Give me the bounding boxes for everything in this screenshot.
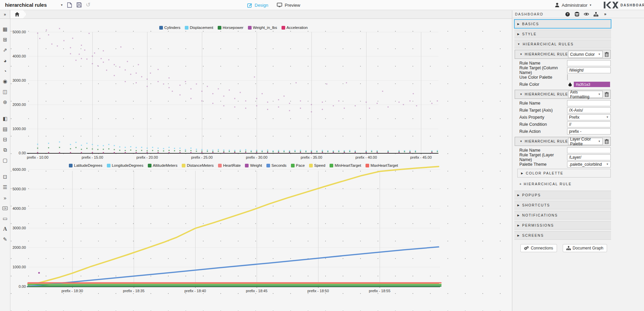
ok-button-icon[interactable]: OK — [1, 204, 9, 212]
section-shortcuts[interactable]: ▶SHORTCUTS — [514, 201, 611, 209]
document-title[interactable]: hierarchical rules — [5, 2, 47, 8]
rule-1-target-row: Rule Target (Column Name) /Weight/ — [515, 67, 611, 73]
y-tick-label: 2000.00 — [12, 245, 26, 249]
rule-2-header[interactable]: ▼ HIERARCHICAL RULE Axis Formatting▼ — [515, 90, 611, 99]
cube-chart-icon[interactable]: ◫ — [1, 87, 9, 96]
pie-chart-icon[interactable]: ◕ — [1, 56, 9, 65]
rule-1-use-palette-row: Use Color Palette — [515, 74, 611, 80]
panel-collapse-icon[interactable]: » — [603, 12, 608, 17]
pivot-grid-icon[interactable]: ⊞ — [1, 35, 9, 44]
rule-3-header[interactable]: ▼ HIERARCHICAL RULE Layer Color Palette▼ — [515, 137, 611, 146]
home-screen-tab[interactable] — [11, 10, 27, 18]
dashboard-settings-panel: DASHBOARD ? » ▶BASICS ▶STYLE ▼HIERARCHIC… — [512, 10, 644, 311]
rule-1-use-palette-checkbox[interactable] — [567, 74, 568, 80]
rule-1-name-input[interactable] — [567, 60, 611, 66]
y-tick-label: 0.00 — [19, 284, 26, 288]
rule-3-name-input[interactable] — [567, 147, 611, 153]
section-popups[interactable]: ▶POPUPS — [514, 191, 611, 199]
x-tick-label: prefix - 15.00 — [82, 155, 103, 159]
rule-1-header[interactable]: ▼ HIERARCHICAL RULE Column Color▼ — [515, 50, 611, 59]
breadcrumb-icon[interactable]: » — [1, 193, 9, 202]
view-state-icon[interactable] — [584, 12, 589, 17]
canvas-select-icon[interactable]: ▢ — [1, 156, 9, 165]
preview-monitor-icon — [277, 3, 282, 7]
data-sources-icon[interactable] — [574, 12, 579, 17]
rule-2-name-input[interactable] — [567, 100, 611, 106]
wheel-chart-icon[interactable]: ⊛ — [1, 98, 9, 107]
rows-layout-icon[interactable]: ▤ — [1, 125, 9, 133]
rule-1-type-select[interactable]: Column Color▼ — [568, 51, 603, 58]
rule-2-axis-property-select[interactable]: Prefix▼ — [567, 114, 611, 120]
add-hierarchical-rule-button[interactable]: + HIERARCHICAL RULE — [514, 180, 611, 188]
document-tree-icon[interactable] — [593, 12, 598, 17]
rule-1-color-swatch[interactable]: #a351a3 — [574, 82, 610, 87]
section-screens[interactable]: ▶SCREENS — [514, 231, 611, 240]
text-label-icon[interactable]: A — [1, 225, 9, 233]
design-pencil-icon — [247, 3, 252, 8]
connections-button[interactable]: Connections — [520, 244, 557, 252]
section-style[interactable]: ▶STYLE — [514, 30, 611, 38]
gears-icon — [524, 246, 529, 250]
undo-icon[interactable]: ↺ — [86, 1, 90, 8]
panel-title: DASHBOARD — [515, 12, 544, 16]
data-grid-icon[interactable]: ▦ — [1, 25, 9, 34]
section-basics[interactable]: ▶BASICS — [514, 20, 611, 28]
panel-header: DASHBOARD ? » — [512, 10, 644, 18]
gauge-chart-icon[interactable]: ◉ — [1, 77, 9, 86]
section-notifications[interactable]: ▶NOTIFICATIONS — [514, 211, 611, 220]
x-tick-label: prefix - 20.00 — [136, 155, 158, 159]
user-caret-icon: ▾ — [590, 3, 592, 7]
rule-2-target-input[interactable]: /X-Axis/ — [567, 107, 611, 113]
rule-3-target-input[interactable]: /Layer/ — [567, 154, 611, 160]
preview-mode-button[interactable]: Preview — [277, 3, 300, 8]
color-palette-subsection[interactable]: ▶COLOR PALETTE — [517, 169, 611, 178]
save-icon[interactable] — [77, 2, 82, 7]
help-icon[interactable]: ? — [565, 12, 570, 17]
hierarchical-rule-card-1: ▼ HIERARCHICAL RULE Column Color▼ Rule N… — [514, 50, 611, 87]
rule-2-action-input[interactable]: prefix - — [567, 128, 611, 134]
x-tick-label: prefix - 18:55 — [369, 289, 390, 293]
y-tick-label: 2000.00 — [12, 103, 26, 107]
scatter-series-Weight_in_lbs — [37, 28, 438, 112]
charts-layer[interactable]: 0.001000.002000.003000.004000.005000.00p… — [10, 19, 512, 311]
top-bar: hierarchical rules ▾ ↺ Design Preview Ad… — [0, 0, 644, 10]
text-input-icon[interactable]: ▭ — [1, 214, 9, 223]
x-tick-label: prefix - 18:50 — [307, 289, 329, 293]
tabs-expand-icon[interactable]: » — [0, 10, 10, 19]
rule-1-delete-icon[interactable] — [605, 52, 609, 57]
rule-2-delete-icon[interactable] — [605, 92, 609, 97]
rule-3-type-select[interactable]: Layer Color Palette▼ — [568, 138, 603, 145]
y-tick-label: 1000.00 — [12, 127, 26, 131]
rule-1-color-row: Rule Color #a351a3 — [515, 81, 611, 87]
annotate-icon[interactable]: ✎ — [1, 235, 9, 244]
new-document-icon[interactable] — [67, 2, 72, 8]
graph-icon — [566, 246, 571, 250]
user-menu[interactable]: Administrator ▾ — [555, 0, 591, 10]
dashboard-canvas[interactable]: CylindersDisplacementHorsepowerWeight_in… — [10, 19, 512, 311]
columns-layout-icon[interactable]: ◧ — [1, 114, 9, 123]
rule-3-delete-icon[interactable] — [605, 139, 609, 144]
panel-tray-icon[interactable]: ⊟ — [1, 135, 9, 144]
x-tick-label: prefix - 25.00 — [191, 155, 213, 159]
list-menu-icon[interactable]: ☰ — [1, 183, 9, 192]
drawer-icon[interactable]: ⊡ — [1, 172, 9, 181]
x-tick-label: prefix - 10.00 — [27, 155, 48, 159]
design-mode-button[interactable]: Design — [247, 3, 268, 8]
donut-chart-icon[interactable]: ◔ — [1, 67, 9, 75]
line-chart-icon[interactable]: ⇗ — [1, 46, 9, 54]
stacked-panels-icon[interactable]: ⧉ — [1, 146, 9, 154]
x-tick-label: prefix - 18:30 — [61, 289, 83, 293]
document-title-caret-icon[interactable]: ▾ — [61, 3, 62, 7]
y-tick-label: 1000.00 — [12, 265, 26, 269]
panel-footer-buttons: Connections Document Graph — [514, 244, 607, 252]
color-droplet-icon[interactable] — [567, 82, 573, 87]
document-graph-button[interactable]: Document Graph — [563, 244, 607, 252]
section-hierarchical-rules[interactable]: ▼HIERARCHICAL RULES — [514, 40, 611, 48]
rule-3-palette-theme-select[interactable]: .palette_colorblind▼ — [567, 161, 611, 167]
rule-1-target-input[interactable]: /Weight/ — [567, 67, 611, 73]
rule-2-condition-input[interactable]: // — [567, 121, 611, 127]
x-tick-label: prefix - 35.00 — [301, 155, 322, 159]
user-icon — [555, 3, 559, 7]
section-permissions[interactable]: ▶PERMISSIONS — [514, 221, 611, 230]
rule-2-type-select[interactable]: Axis Formatting▼ — [568, 91, 603, 98]
